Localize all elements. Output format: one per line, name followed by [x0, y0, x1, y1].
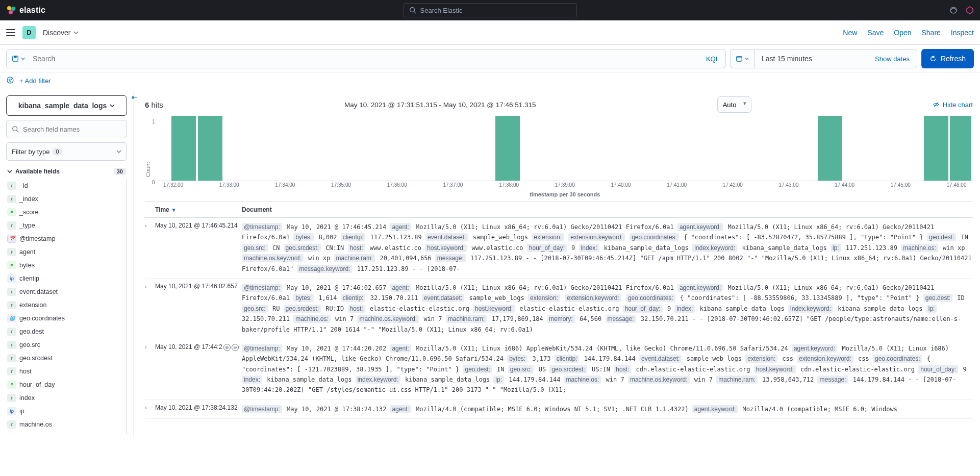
field-item[interactable]: t_id	[6, 179, 126, 192]
histogram-bar[interactable]	[924, 116, 948, 181]
filter-by-type-button[interactable]: Filter by type 0	[6, 142, 127, 161]
column-header-time[interactable]: Time ▼	[155, 206, 242, 213]
x-axis-ticks: 17:32:0017:33:0017:34:0017:35:0017:36:00…	[157, 182, 973, 190]
field-key: hour_of_day:	[527, 244, 567, 252]
document-source: @timestamp: May 10, 2021 @ 17:46:02.657 …	[242, 283, 973, 335]
field-key: host:	[348, 244, 365, 252]
field-key: geo.dest:	[463, 365, 492, 373]
newsfeed-icon[interactable]	[949, 6, 958, 14]
field-search-input[interactable]	[23, 126, 121, 133]
svg-point-11	[13, 127, 17, 131]
field-item[interactable]: tgeo.dest	[6, 325, 126, 338]
expand-row-button[interactable]: ›	[145, 404, 155, 414]
add-filter-button[interactable]: + Add filter	[19, 77, 51, 85]
nav-link-open[interactable]: Open	[894, 29, 911, 37]
filter-options-button[interactable]	[6, 76, 14, 86]
query-input[interactable]	[33, 55, 706, 63]
field-key: extension.keyword:	[565, 294, 621, 302]
expand-row-button[interactable]: ›	[145, 222, 155, 274]
field-item[interactable]: thost	[6, 365, 126, 378]
field-item[interactable]: 📅@timestamp	[6, 232, 126, 245]
field-name: ip	[19, 408, 24, 415]
filter-for-button[interactable]: ⊕	[223, 344, 231, 351]
field-item[interactable]: tmachine.os	[6, 418, 126, 431]
filter-out-button[interactable]: ⊖	[232, 344, 239, 351]
nav-toggle-button[interactable]	[6, 29, 15, 36]
fields-list: t_idt_index#_scoret_type📅@timestamptagen…	[6, 179, 127, 434]
field-item[interactable]: ipip	[6, 405, 126, 418]
query-language-button[interactable]: KQL	[706, 55, 719, 63]
index-pattern-select[interactable]: kibana_sample_data_logs	[6, 95, 127, 116]
field-key: extension:	[532, 233, 564, 241]
field-item[interactable]: #hour_of_day	[6, 378, 126, 391]
nav-link-new[interactable]: New	[843, 29, 857, 37]
field-item[interactable]: 🌐geo.coordinates	[6, 312, 126, 325]
interval-select[interactable]: Auto	[717, 96, 751, 113]
filter-type-count: 0	[53, 148, 62, 155]
field-search[interactable]	[6, 120, 127, 138]
global-search-input[interactable]	[420, 7, 571, 14]
field-item[interactable]: t_type	[6, 219, 126, 232]
refresh-button[interactable]: Refresh	[921, 49, 974, 68]
histogram-bar[interactable]	[198, 116, 222, 181]
field-name: clientip	[19, 275, 39, 282]
field-type-token: ip	[7, 407, 16, 415]
field-key: index.keyword:	[356, 375, 400, 384]
breadcrumb-app[interactable]: Discover	[43, 29, 79, 37]
field-key: host.keyword:	[425, 244, 467, 252]
nav-link-inspect[interactable]: Inspect	[951, 29, 974, 37]
field-key: agent.keyword:	[692, 405, 738, 413]
field-key: geo.src:	[242, 305, 268, 313]
date-quick-button[interactable]	[730, 49, 754, 68]
expand-row-button[interactable]: ›	[145, 343, 155, 395]
svg-line-4	[414, 12, 416, 14]
column-header-document[interactable]: Document	[242, 206, 973, 213]
field-key: host:	[614, 365, 631, 373]
field-item[interactable]: #machine.ram	[6, 431, 126, 434]
field-key: machine.os.keyword:	[357, 315, 419, 323]
field-key: geo.srcdest:	[549, 365, 587, 373]
field-name: geo.src	[19, 341, 40, 348]
field-item[interactable]: textension	[6, 298, 126, 312]
field-key: machine.ram:	[334, 254, 375, 262]
nav-link-save[interactable]: Save	[867, 29, 884, 37]
field-item[interactable]: tindex	[6, 391, 126, 405]
field-name: hour_of_day	[19, 381, 55, 388]
field-item[interactable]: #_score	[6, 206, 126, 219]
space-selector[interactable]: D	[22, 26, 36, 39]
svg-rect-7	[14, 56, 16, 58]
field-item[interactable]: #bytes	[6, 259, 126, 272]
hit-count: 6 hits	[145, 101, 163, 109]
field-item[interactable]: tgeo.src	[6, 338, 126, 352]
collapse-sidebar-button[interactable]: ⇤	[132, 93, 137, 101]
field-key: clientip:	[341, 233, 366, 241]
field-item[interactable]: tevent.dataset	[6, 285, 126, 298]
eye-closed-icon	[933, 101, 940, 108]
hide-chart-button[interactable]: Hide chart	[933, 101, 973, 109]
histogram-bar[interactable]	[495, 116, 520, 181]
histogram-bar[interactable]	[950, 116, 971, 181]
available-fields-header[interactable]: Available fields 30	[6, 166, 127, 177]
field-item[interactable]: tgeo.srcdest	[6, 352, 126, 365]
histogram-bar[interactable]	[171, 116, 196, 181]
svg-line-12	[17, 131, 19, 133]
elastic-logo[interactable]: elastic	[6, 5, 45, 15]
global-search[interactable]	[404, 3, 577, 17]
show-dates-link[interactable]: Show dates	[875, 55, 910, 63]
field-type-token: t	[7, 301, 16, 309]
field-key: hour_of_day:	[918, 365, 958, 373]
field-key: machine.os.keyword:	[628, 375, 690, 384]
field-item[interactable]: t_index	[6, 192, 126, 206]
field-item[interactable]: tagent	[6, 245, 126, 259]
field-key: machine.os:	[293, 315, 331, 323]
expand-row-button[interactable]: ›	[145, 283, 155, 335]
table-row: ›May 10, 2021 @ 17:46:02.657@timestamp: …	[145, 279, 973, 339]
field-item[interactable]: ipclientip	[6, 272, 126, 285]
help-icon[interactable]	[966, 6, 974, 14]
date-range-button[interactable]: Last 15 minutes Show dates	[754, 49, 917, 68]
app-nav: D Discover NewSaveOpenShareInspect	[0, 20, 980, 45]
field-type-token: ip	[7, 274, 16, 283]
histogram-bar[interactable]	[818, 116, 842, 181]
nav-link-share[interactable]: Share	[922, 29, 941, 37]
chart-bars[interactable]	[157, 116, 973, 181]
